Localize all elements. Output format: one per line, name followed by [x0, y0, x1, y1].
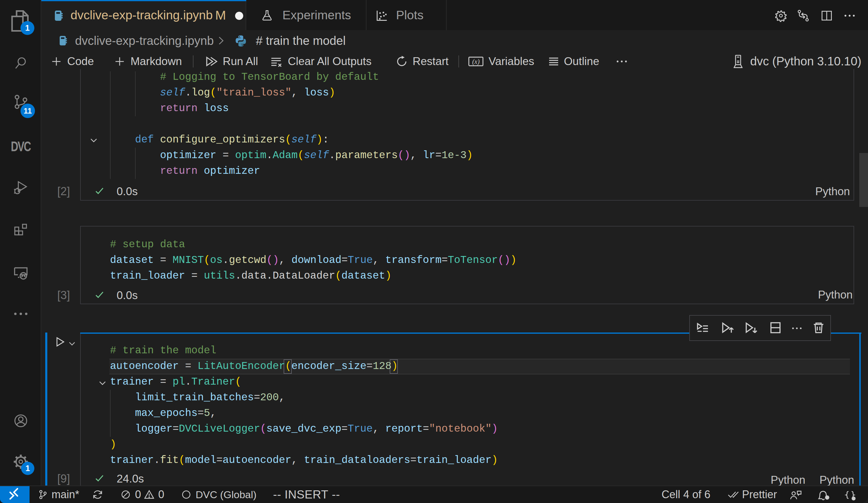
svg-text:(x): (x)	[472, 58, 480, 65]
